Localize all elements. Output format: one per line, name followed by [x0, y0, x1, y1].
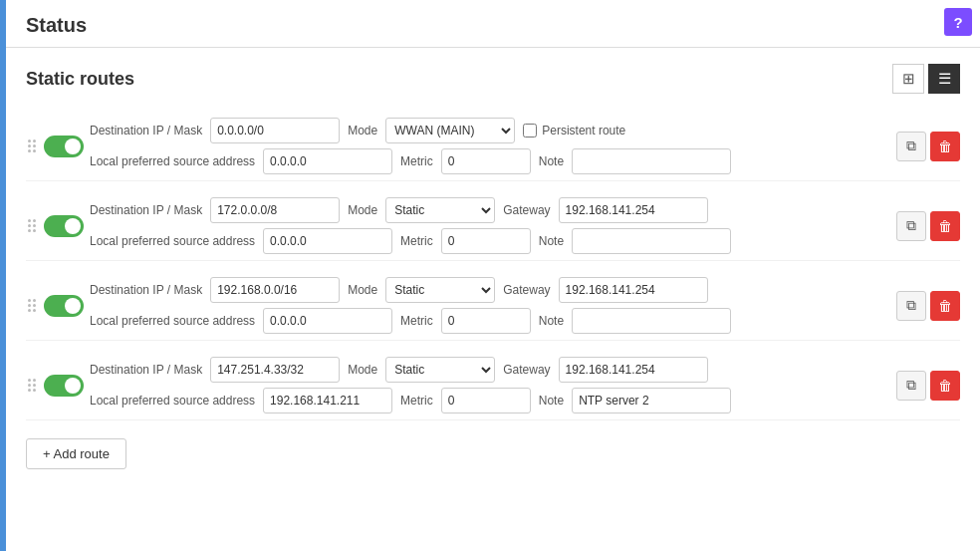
gateway-input-3[interactable]: [559, 277, 708, 303]
route-actions-2: ⧉ 🗑: [896, 211, 960, 241]
label-note-3: Note: [539, 314, 564, 328]
routes-list: Destination IP / Mask Mode WWAN (MAIN) S…: [26, 112, 960, 420]
label-metric-1: Metric: [400, 154, 433, 168]
label-persistent-1: Persistent route: [542, 124, 625, 138]
label-local-src-3: Local preferred source address: [90, 314, 255, 328]
label-metric-2: Metric: [400, 234, 433, 248]
mode-select-3[interactable]: Static WWAN (MAIN): [385, 277, 495, 303]
page-title: Status: [26, 14, 87, 37]
label-mode-2: Mode: [348, 203, 377, 217]
help-button[interactable]: ?: [944, 8, 972, 36]
local-src-input-3[interactable]: [263, 308, 392, 334]
view-toggles: ⊞ ☰: [892, 64, 960, 94]
drag-handle-1[interactable]: [26, 138, 38, 154]
route-row-3: Destination IP / Mask Mode Static WWAN (…: [26, 271, 960, 341]
dest-ip-input-1[interactable]: [210, 118, 340, 143]
label-dest-ip-4: Destination IP / Mask: [90, 363, 202, 377]
delete-button-2[interactable]: 🗑: [930, 211, 960, 241]
drag-handle-2[interactable]: [26, 217, 38, 234]
label-gateway-4: Gateway: [503, 363, 550, 377]
note-input-1[interactable]: [572, 148, 731, 174]
copy-button-2[interactable]: ⧉: [896, 211, 926, 241]
list-view-button[interactable]: ☰: [928, 64, 960, 94]
dest-ip-input-3[interactable]: [210, 277, 340, 303]
route-toggle-1[interactable]: [44, 136, 84, 157]
section-header: Static routes ⊞ ☰: [26, 64, 960, 94]
dest-ip-input-4[interactable]: [210, 357, 340, 383]
delete-button-4[interactable]: 🗑: [930, 371, 960, 401]
label-dest-ip-3: Destination IP / Mask: [90, 283, 202, 297]
label-gateway-3: Gateway: [503, 283, 550, 297]
copy-button-1[interactable]: ⧉: [896, 132, 926, 161]
note-input-3[interactable]: [572, 308, 731, 334]
metric-input-1[interactable]: [441, 148, 531, 174]
copy-button-4[interactable]: ⧉: [896, 371, 926, 401]
local-src-input-1[interactable]: [263, 148, 392, 174]
label-dest-ip-2: Destination IP / Mask: [90, 203, 202, 217]
label-local-src-2: Local preferred source address: [90, 234, 255, 248]
note-input-4[interactable]: [572, 388, 731, 413]
section-title: Static routes: [26, 69, 134, 90]
label-mode-4: Mode: [348, 363, 377, 377]
mode-select-4[interactable]: Static WWAN (MAIN): [385, 357, 495, 383]
copy-button-3[interactable]: ⧉: [896, 291, 926, 321]
local-src-input-2[interactable]: [263, 228, 392, 254]
label-mode-3: Mode: [348, 283, 377, 297]
note-input-2[interactable]: [572, 228, 731, 254]
route-row-1: Destination IP / Mask Mode WWAN (MAIN) S…: [26, 112, 960, 181]
label-dest-ip-1: Destination IP / Mask: [90, 124, 202, 138]
route-toggle-4[interactable]: [44, 375, 84, 397]
label-mode-1: Mode: [348, 124, 377, 138]
delete-button-1[interactable]: 🗑: [930, 132, 960, 161]
label-local-src-4: Local preferred source address: [90, 394, 255, 408]
metric-input-3[interactable]: [441, 308, 531, 334]
route-row-2: Destination IP / Mask Mode Static WWAN (…: [26, 191, 960, 261]
label-local-src-1: Local preferred source address: [90, 154, 255, 168]
route-toggle-2[interactable]: [44, 215, 84, 237]
persistent-checkbox-1[interactable]: [523, 124, 537, 138]
drag-handle-3[interactable]: [26, 297, 38, 314]
metric-input-4[interactable]: [441, 388, 531, 413]
label-metric-4: Metric: [400, 394, 433, 408]
metric-input-2[interactable]: [441, 228, 531, 254]
add-route-section: + Add route: [26, 438, 960, 469]
gateway-input-2[interactable]: [559, 197, 708, 223]
label-note-4: Note: [539, 394, 564, 408]
persistent-check-1: Persistent route: [523, 124, 625, 138]
route-actions-3: ⧉ 🗑: [896, 291, 960, 321]
route-actions-4: ⧉ 🗑: [896, 371, 960, 401]
route-toggle-3[interactable]: [44, 295, 84, 317]
local-src-input-4[interactable]: [263, 388, 392, 413]
add-route-button[interactable]: + Add route: [26, 438, 126, 469]
drag-handle-4[interactable]: [26, 377, 38, 394]
label-note-1: Note: [539, 154, 564, 168]
mode-select-1[interactable]: WWAN (MAIN) Static: [385, 118, 515, 143]
label-note-2: Note: [539, 234, 564, 248]
dest-ip-input-2[interactable]: [210, 197, 340, 223]
grid-view-button[interactable]: ⊞: [892, 64, 924, 94]
gateway-input-4[interactable]: [559, 357, 708, 383]
route-actions-1: ⧉ 🗑: [896, 132, 960, 161]
route-row-4: Destination IP / Mask Mode Static WWAN (…: [26, 351, 960, 420]
mode-select-2[interactable]: Static WWAN (MAIN): [385, 197, 495, 223]
label-metric-3: Metric: [400, 314, 433, 328]
header: Status ‹: [6, 0, 980, 48]
delete-button-3[interactable]: 🗑: [930, 291, 960, 321]
label-gateway-2: Gateway: [503, 203, 550, 217]
